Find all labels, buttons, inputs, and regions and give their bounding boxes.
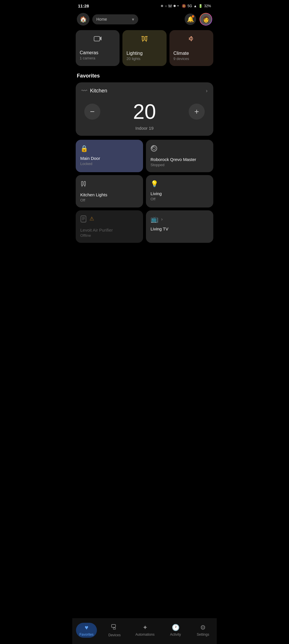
card-living-tv[interactable]: 📺 › Living TV	[146, 210, 213, 243]
status-time: 11:28	[78, 3, 89, 8]
circle-icon: ○	[165, 4, 167, 8]
notification-dot	[192, 15, 194, 18]
climate-text: Climate 9 devices	[173, 51, 209, 61]
card-living[interactable]: 💡 Living Off	[146, 175, 213, 207]
kitchen-card: 〰 Kitchen › − 20 + Indoor 19	[76, 82, 213, 136]
category-lighting[interactable]: Lighting 20 lights	[122, 30, 166, 66]
roborock-sub: Stopped	[151, 163, 209, 167]
levoit-sub: Offline	[80, 233, 138, 238]
kitchen-title: Kitchen	[90, 88, 107, 94]
lighting-icon	[126, 35, 162, 42]
card-main-door[interactable]: 🔒 Main Door Locked	[76, 140, 143, 172]
levoit-header: ⚠	[80, 216, 138, 228]
purifier-icon	[80, 216, 87, 224]
cards-grid-row1: 🔒 Main Door Locked Roborock Qrevo Master…	[72, 140, 217, 172]
main-door-title: Main Door	[80, 156, 138, 161]
bulb-icon: 💡	[151, 180, 158, 188]
category-cameras[interactable]: Cameras 1 camera	[76, 30, 120, 66]
gmail-icon: M	[168, 4, 172, 8]
temp-increase-button[interactable]: +	[189, 104, 205, 120]
roborock-header	[151, 145, 209, 157]
svg-rect-12	[84, 181, 85, 185]
climate-icon	[173, 35, 209, 42]
fan-icon: ✺	[173, 4, 176, 8]
warning-icon: ⚠	[89, 216, 94, 222]
living-tv-header: 📺 ›	[151, 216, 209, 226]
roborock-title: Roborock Qrevo Master	[151, 157, 209, 162]
content-scroll: Cameras 1 camera Lighting 20 lights	[72, 30, 217, 297]
card-roborock[interactable]: Roborock Qrevo Master Stopped	[146, 140, 213, 172]
avatar[interactable]: 👩	[200, 13, 212, 26]
kitchen-lights-title: Kitchen Lights	[80, 192, 138, 197]
temp-control: − 20 +	[81, 100, 208, 123]
kitchen-lights-sub: Off	[80, 198, 138, 202]
lighting-text: Lighting 20 lights	[126, 51, 162, 61]
living-tv-chevron-icon: ›	[161, 217, 163, 222]
temp-sub-label: Indoor 19	[81, 126, 208, 131]
battery-icon: 🔋	[198, 4, 203, 8]
climate-label: Climate	[173, 51, 209, 56]
kitchen-card-header: 〰 Kitchen ›	[81, 88, 208, 94]
mute-icon: 🔕	[182, 4, 186, 8]
tv-icon: 📺	[151, 216, 158, 223]
main-door-sub: Locked	[80, 162, 138, 166]
category-climate[interactable]: Climate 9 devices	[169, 30, 213, 66]
dot-icon: •	[177, 4, 179, 8]
lighting-sub: 20 lights	[126, 57, 162, 61]
lock-icon: 🔒	[80, 145, 88, 152]
cards-grid-row2: Kitchen Lights Off 💡 Living Off	[72, 175, 217, 207]
living-title: Living	[151, 191, 209, 196]
lighting-label: Lighting	[126, 51, 162, 56]
settings-icon: ❄	[161, 4, 163, 8]
levoit-title: Levoit Air Purifier	[80, 228, 138, 232]
battery-label: 32%	[204, 4, 211, 8]
avatar-inner: 👩	[200, 13, 212, 25]
categories-row: Cameras 1 camera Lighting 20 lights	[72, 30, 217, 72]
svg-rect-11	[81, 181, 83, 185]
home-icon: 🏠	[80, 16, 87, 23]
light-group-icon	[80, 180, 88, 189]
kitchen-lights-header	[80, 180, 138, 192]
living-tv-title: Living TV	[151, 226, 209, 231]
svg-rect-0	[94, 36, 100, 41]
waves-icon: 〰	[81, 88, 87, 94]
temp-value: 20	[133, 100, 156, 123]
vacuum-icon	[151, 145, 157, 154]
card-kitchen-lights[interactable]: Kitchen Lights Off	[76, 175, 143, 207]
camera-icon	[80, 35, 116, 42]
living-header: 💡	[151, 180, 209, 191]
kitchen-title-row: 〰 Kitchen	[81, 88, 107, 94]
avatar-person-icon: 👩	[202, 15, 210, 23]
cameras-sub: 1 camera	[80, 56, 116, 60]
climate-sub: 9 devices	[173, 57, 209, 61]
notifications-button[interactable]: 🔔	[185, 13, 196, 25]
network-label: 5G	[188, 4, 192, 8]
favorites-header: Favorites	[72, 72, 217, 82]
status-icons: ❄ ○ M ✺ • 🔕 5G ▲ 🔋 32%	[161, 4, 211, 8]
card-levoit[interactable]: ⚠ Levoit Air Purifier Offline	[76, 210, 143, 243]
temp-decrease-button[interactable]: −	[84, 104, 100, 120]
svg-point-10	[153, 147, 155, 150]
header-right: 🔔 👩	[185, 13, 212, 26]
home-icon-wrap: 🏠	[77, 13, 89, 26]
header: 🏠 Home ▾ 🔔 👩	[72, 11, 217, 30]
dropdown-arrow: ▾	[132, 17, 134, 22]
living-sub: Off	[151, 197, 209, 201]
svg-rect-2	[142, 36, 144, 40]
cards-grid-row3: ⚠ Levoit Air Purifier Offline 📺 › Living…	[72, 210, 217, 243]
main-door-header: 🔒	[80, 145, 138, 156]
kitchen-chevron-icon[interactable]: ›	[206, 88, 208, 94]
home-selector[interactable]: Home ▾	[92, 14, 138, 24]
signal-icon: ▲	[194, 4, 197, 8]
status-bar: 11:28 ❄ ○ M ✺ • 🔕 5G ▲ 🔋 32%	[72, 0, 217, 11]
svg-rect-3	[145, 36, 147, 40]
cameras-label: Cameras	[80, 50, 116, 55]
home-name: Home	[96, 17, 130, 22]
cameras-text: Cameras 1 camera	[80, 50, 116, 60]
